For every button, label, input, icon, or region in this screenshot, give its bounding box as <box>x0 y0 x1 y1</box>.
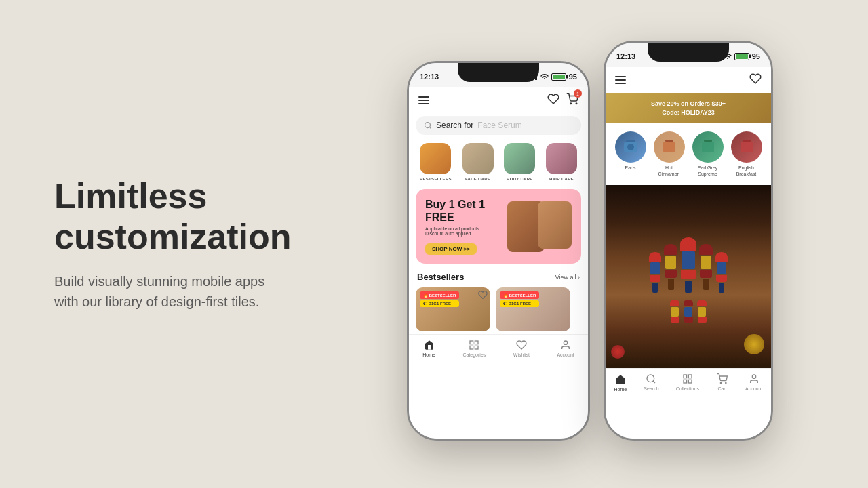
svg-point-18 <box>627 144 634 150</box>
tea-circle-hot <box>654 131 685 163</box>
sub-heading: Build visually stunning mobile appswith … <box>54 271 353 312</box>
category-img-bestsellers <box>420 143 451 174</box>
promo-banner-gold: Save 20% on Orders $30+ Code: HOLIDAY23 <box>606 93 771 123</box>
search-placeholder: Face Serum <box>477 121 521 130</box>
tea-product-img <box>606 185 771 368</box>
product-card-2[interactable]: 🔥 BESTSELLER 🏷 B1G1 FREE <box>496 287 570 331</box>
header-icons: 1 <box>547 93 578 108</box>
promo-products <box>507 201 572 252</box>
nav-categories-label: Categories <box>462 352 486 357</box>
tea-circle-paris <box>615 131 646 163</box>
category-label-haircare: HAIR CARE <box>549 177 574 181</box>
left-section: Limitless customization Build visually s… <box>0 136 407 352</box>
phone-header-2 <box>606 67 771 93</box>
categories-row: BESTSELLERS FACE CARE BODY CARE <box>409 140 588 186</box>
nav-wishlist[interactable]: Wishlist <box>513 339 530 357</box>
battery-pct-1: 95 <box>569 73 577 81</box>
svg-rect-22 <box>704 140 712 142</box>
promo-banner: Buy 1 Get 1FREE Applicable on all produc… <box>416 189 581 264</box>
nav-account[interactable]: Account <box>557 339 574 357</box>
svg-point-5 <box>576 103 577 104</box>
tea-circle-english <box>731 131 762 163</box>
category-label-bestsellers: BESTSELLERS <box>420 177 452 181</box>
category-label-facecare: FACE CARE <box>465 177 490 181</box>
section-header: Bestsellers View all › <box>409 269 588 285</box>
product-heart-1[interactable] <box>478 290 488 302</box>
wifi-icon <box>540 73 549 80</box>
promo-desc: Applicable on all productsDiscount auto … <box>425 226 485 236</box>
nav-categories[interactable]: Categories <box>462 339 486 357</box>
category-facecare[interactable]: FACE CARE <box>462 143 494 181</box>
cart-wrapper[interactable]: 1 <box>566 93 578 108</box>
nav-home[interactable]: Home <box>422 339 435 357</box>
tea-english[interactable]: EnglishBreakfast <box>731 131 762 177</box>
phone-1: 12:13 95 <box>407 61 590 441</box>
time-1: 12:13 <box>420 73 439 81</box>
nav2-search[interactable]: Search <box>644 373 658 392</box>
product-badges-2: 🔥 BESTSELLER 🏷 B1G1 FREE <box>500 291 539 307</box>
home-icon-2 <box>614 373 627 386</box>
products-row: 🔥 BESTSELLER 🏷 B1G1 FREE 🔥 BES <box>409 285 588 334</box>
nav2-collections-label: Collections <box>676 386 699 391</box>
view-all-link[interactable]: View all › <box>555 274 580 281</box>
bottom-nav-1: Home Categories <box>409 334 588 360</box>
phone-2: 12:13 95 <box>604 41 773 441</box>
svg-rect-23 <box>741 142 753 152</box>
nav2-home-label: Home <box>614 387 627 392</box>
promo-product-2 <box>538 201 572 249</box>
tea-label-earl: Earl GreySupreme <box>698 165 718 177</box>
svg-rect-21 <box>702 142 714 152</box>
tea-label-hot: HotCinnamon <box>658 165 680 177</box>
svg-rect-20 <box>665 140 673 142</box>
grid-icon <box>468 339 480 351</box>
tea-earl[interactable]: Earl GreySupreme <box>692 131 724 177</box>
promo-gold-line2: Code: HOLIDAY23 <box>615 108 762 117</box>
nav2-search-label: Search <box>644 386 658 391</box>
category-bodycare[interactable]: BODY CARE <box>504 143 535 181</box>
wishlist-icon-2[interactable] <box>749 73 762 87</box>
svg-point-32 <box>752 375 755 378</box>
category-img-bodycare <box>504 143 535 174</box>
bestseller-badge-2: 🔥 BESTSELLER <box>500 291 539 299</box>
svg-point-31 <box>726 382 726 383</box>
phone-notch-2 <box>648 43 729 62</box>
hamburger-icon-2[interactable] <box>615 76 626 84</box>
phone-screen-1: 1 Search for Face Serum BESTSELLERS <box>409 87 588 439</box>
category-bestsellers[interactable]: BESTSELLERS <box>420 143 452 181</box>
bestsellers-title: Bestsellers <box>417 272 464 282</box>
hamburger-icon[interactable] <box>418 96 429 104</box>
bottom-nav-2: Home Search <box>606 368 771 394</box>
phone-notch <box>458 63 539 82</box>
grid-nav-icon-2 <box>682 373 694 385</box>
nav-account-label: Account <box>557 352 574 357</box>
nav2-collections[interactable]: Collections <box>676 373 699 392</box>
promo-gold-line1: Save 20% on Orders $30+ <box>615 100 762 108</box>
bestseller-badge-1: 🔥 BESTSELLER <box>420 291 459 299</box>
nav2-home[interactable]: Home <box>614 373 627 392</box>
shop-now-button[interactable]: SHOP NOW >> <box>425 243 477 255</box>
svg-rect-27 <box>688 375 692 378</box>
main-heading: Limitless customization <box>54 176 353 258</box>
product-card-1[interactable]: 🔥 BESTSELLER 🏷 B1G1 FREE <box>416 287 490 331</box>
tea-paris[interactable]: Paris <box>615 131 646 177</box>
tea-label-paris: Paris <box>625 165 636 171</box>
search-icon <box>424 121 432 129</box>
product-badges-1: 🔥 BESTSELLER 🏷 B1G1 FREE <box>420 291 459 307</box>
svg-rect-24 <box>743 140 751 142</box>
battery-icon-2 <box>734 53 749 60</box>
tea-hot[interactable]: HotCinnamon <box>654 131 685 177</box>
svg-rect-19 <box>663 142 675 152</box>
tea-label-english: EnglishBreakfast <box>736 165 757 177</box>
promo-title: Buy 1 Get 1FREE <box>425 198 485 224</box>
nav2-cart[interactable]: Cart <box>716 373 728 392</box>
search-bar[interactable]: Search for Face Serum <box>416 116 581 135</box>
svg-point-30 <box>720 382 721 383</box>
user-nav-icon-2 <box>748 373 760 385</box>
nav2-account[interactable]: Account <box>745 373 762 392</box>
promo-text: Buy 1 Get 1FREE Applicable on all produc… <box>425 198 485 255</box>
svg-rect-8 <box>475 341 479 344</box>
svg-point-4 <box>570 103 572 104</box>
wishlist-icon[interactable] <box>547 93 559 108</box>
search-nav-icon-2 <box>645 373 657 385</box>
category-haircare[interactable]: HAIR CARE <box>546 143 577 181</box>
